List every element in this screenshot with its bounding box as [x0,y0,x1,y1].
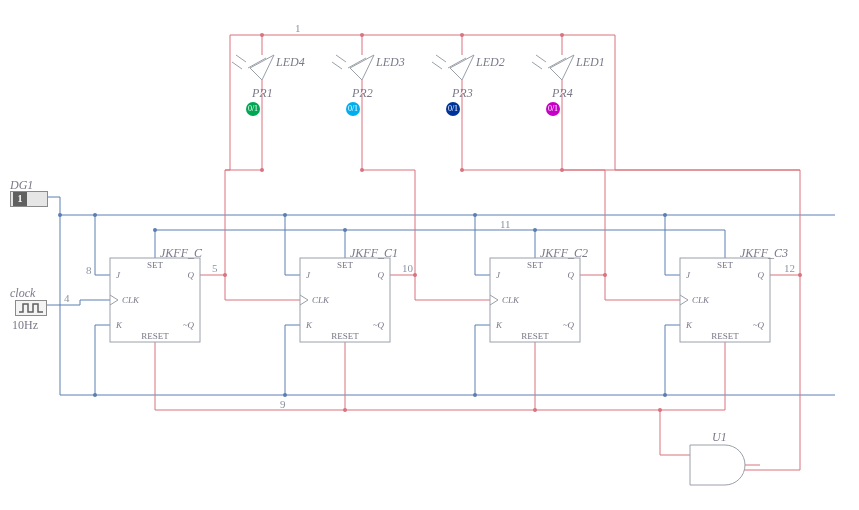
svg-line-10 [536,55,546,62]
svg-point-20 [58,213,62,217]
label-led2: LED2 [476,55,505,70]
svg-point-21 [153,228,157,232]
svg-line-8 [432,62,442,69]
label-u1: U1 [712,430,727,445]
svg-point-14 [460,33,464,37]
svg-line-0 [248,58,266,68]
svg-text:Q: Q [188,270,195,280]
svg-point-37 [360,168,364,172]
label-led3: LED3 [376,55,405,70]
wire-net9 [155,342,690,455]
label-clock-freq: 10Hz [12,318,38,333]
svg-text:Q: Q [568,270,575,280]
svg-text:SET: SET [147,260,164,270]
svg-line-6 [448,58,466,68]
net-1: 1 [295,22,301,34]
svg-line-5 [332,62,342,69]
svg-text:CLK: CLK [692,295,710,305]
net-8: 8 [86,264,92,276]
probe-pr4[interactable]: 0/1 [546,102,560,116]
clock-source[interactable] [15,300,47,316]
svg-line-7 [436,55,446,62]
svg-point-29 [533,408,537,412]
net-12: 12 [784,262,795,274]
svg-text:SET: SET [527,260,544,270]
svg-point-25 [283,393,287,397]
svg-line-1 [236,55,246,62]
and-gate-u1 [690,445,760,485]
svg-text:~Q: ~Q [753,320,765,330]
svg-point-26 [473,393,477,397]
svg-point-19 [663,213,667,217]
svg-point-32 [413,273,417,277]
svg-text:~Q: ~Q [563,320,575,330]
svg-point-38 [260,168,264,172]
svg-text:RESET: RESET [711,331,739,341]
led1 [532,35,574,80]
net-4: 4 [64,292,70,304]
dg1-value: 1 [13,192,27,206]
jkff-c: SET RESET J CLK K Q ~Q [110,258,200,342]
svg-point-13 [360,33,364,37]
svg-text:CLK: CLK [122,295,140,305]
svg-text:K: K [685,320,693,330]
label-jkff-c3: JKFF_C3 [740,246,788,261]
led4 [232,35,274,80]
svg-line-11 [532,62,542,69]
svg-point-17 [283,213,287,217]
label-clock: clock [10,286,35,301]
svg-text:RESET: RESET [141,331,169,341]
label-jkff-c2: JKFF_C2 [540,246,588,261]
svg-point-18 [473,213,477,217]
svg-point-27 [663,393,667,397]
svg-point-22 [343,228,347,232]
svg-text:K: K [495,320,503,330]
svg-text:~Q: ~Q [373,320,385,330]
svg-point-31 [223,273,227,277]
label-jkff-c1: JKFF_C1 [350,246,398,261]
svg-text:Q: Q [758,270,765,280]
svg-point-28 [343,408,347,412]
svg-text:~Q: ~Q [183,320,195,330]
net-11: 11 [500,218,511,230]
dg1-source[interactable]: 1 [10,191,48,207]
svg-text:RESET: RESET [521,331,549,341]
wire-net5 [200,275,300,300]
svg-point-35 [560,168,564,172]
svg-text:K: K [115,320,123,330]
svg-point-36 [460,168,464,172]
wire-net4 [47,300,110,305]
svg-point-34 [798,273,802,277]
svg-text:SET: SET [717,260,734,270]
svg-point-12 [260,33,264,37]
probe-pr3[interactable]: 0/1 [446,102,460,116]
net-5: 5 [212,262,218,274]
svg-line-2 [232,62,242,69]
label-led4: LED4 [276,55,305,70]
svg-line-9 [548,58,566,68]
led3 [332,35,374,80]
probe-pr2[interactable]: 0/1 [346,102,360,116]
label-led1: LED1 [576,55,605,70]
jkff-c3: SET RESET J CLK K Q ~Q [680,258,770,342]
schematic-canvas: .w-red { stroke:#d9737f; stroke-width:1;… [0,0,859,510]
svg-text:K: K [305,320,313,330]
svg-point-30 [658,408,662,412]
net-9: 9 [280,398,286,410]
led2 [432,35,474,80]
jkff-c1: SET RESET J CLK K Q ~Q [300,258,390,342]
probe-pr1[interactable]: 0/1 [246,102,260,116]
svg-point-16 [93,213,97,217]
svg-line-3 [348,58,366,68]
svg-point-23 [533,228,537,232]
label-jkff-c: JKFF_C [160,246,202,261]
svg-text:SET: SET [337,260,354,270]
svg-text:CLK: CLK [502,295,520,305]
wire-net10 [390,275,490,300]
svg-text:Q: Q [378,270,385,280]
svg-point-24 [93,393,97,397]
net-10: 10 [402,262,413,274]
svg-text:CLK: CLK [312,295,330,305]
svg-text:RESET: RESET [331,331,359,341]
jkff-c2: SET RESET J CLK K Q ~Q [490,258,580,342]
